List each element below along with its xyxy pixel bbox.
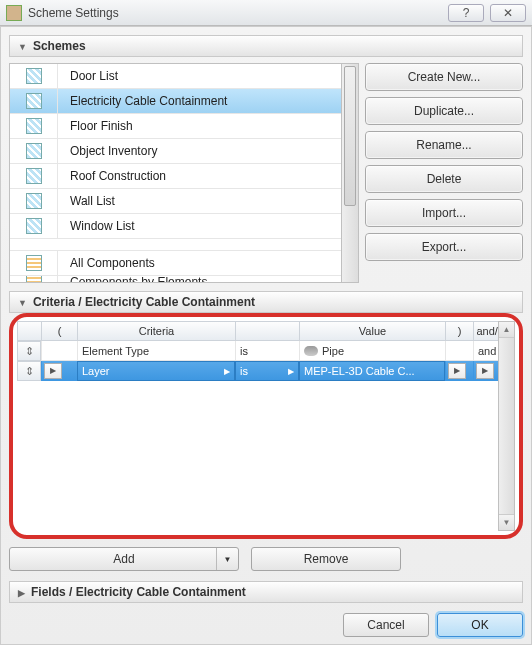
col-value: Value (299, 321, 445, 341)
operator-dropdown[interactable]: is▶ (235, 361, 299, 381)
col-criteria: Criteria (77, 321, 235, 341)
fields-header[interactable]: Fields / Electricity Cable Containment (9, 581, 523, 603)
row-handle[interactable] (17, 341, 41, 361)
scheme-label: Floor Finish (58, 119, 341, 133)
scheme-label: Roof Construction (58, 169, 341, 183)
duplicate-button[interactable]: Duplicate... (365, 97, 523, 125)
scheme-icon (26, 118, 42, 134)
scroll-down-icon[interactable]: ▼ (499, 514, 514, 530)
collapse-icon (18, 295, 27, 309)
add-split-dropdown[interactable]: ▼ (216, 548, 238, 570)
criteria-header-label: Criteria / Electricity Cable Containment (33, 295, 255, 309)
scheme-label: Object Inventory (58, 144, 341, 158)
app-icon (6, 5, 22, 21)
operator-cell[interactable]: is (235, 341, 299, 361)
fields-header-label: Fields / Electricity Cable Containment (31, 585, 246, 599)
scroll-up-icon[interactable]: ▲ (499, 322, 514, 338)
collapse-icon (18, 39, 27, 53)
schemes-header-label: Schemes (33, 39, 86, 53)
andor-dropdown[interactable]: ▶ (476, 363, 494, 379)
list-item[interactable]: Window List (10, 214, 341, 239)
reorder-icon (25, 345, 34, 358)
paren-dropdown[interactable]: ▶ (448, 363, 466, 379)
dialog-body: Schemes Door List Electricity Cable Cont… (0, 26, 532, 645)
window-title: Scheme Settings (28, 6, 442, 20)
scheme-icon (26, 218, 42, 234)
scheme-label: Electricity Cable Containment (58, 94, 341, 108)
scheme-list[interactable]: Door List Electricity Cable Containment … (9, 63, 342, 283)
list-item[interactable]: Floor Finish (10, 114, 341, 139)
list-item[interactable]: Wall List (10, 189, 341, 214)
scheme-label: Components by Elements (58, 276, 341, 283)
list-item[interactable]: Components by Elements (10, 276, 341, 283)
ok-button[interactable]: OK (437, 613, 523, 637)
remove-button[interactable]: Remove (251, 547, 401, 571)
scheme-icon (26, 168, 42, 184)
value-dropdown[interactable]: MEP-EL-3D Cable C... (299, 361, 445, 381)
scroll-thumb[interactable] (344, 66, 356, 206)
value-cell[interactable]: Pipe (299, 341, 445, 361)
list-item[interactable]: All Components (10, 251, 341, 276)
scheme-icon (26, 193, 42, 209)
scheme-label: Wall List (58, 194, 341, 208)
export-button[interactable]: Export... (365, 233, 523, 261)
scrollbar[interactable] (342, 63, 359, 283)
list-item[interactable]: Electricity Cable Containment (10, 89, 341, 114)
criteria-header[interactable]: Criteria / Electricity Cable Containment (9, 291, 523, 313)
pipe-icon (304, 346, 318, 356)
criteria-row[interactable]: Element Type is Pipe and (17, 341, 515, 361)
close-button[interactable]: ✕ (490, 4, 526, 22)
cancel-button[interactable]: Cancel (343, 613, 429, 637)
list-item[interactable]: Door List (10, 64, 341, 89)
criteria-table: ( Criteria Value ) and/or Element Type i… (17, 321, 515, 531)
list-item[interactable]: Object Inventory (10, 139, 341, 164)
value-text: MEP-EL-3D Cable C... (304, 365, 415, 377)
reorder-icon (25, 365, 34, 378)
scheme-icon (26, 68, 42, 84)
operator-text: is (240, 365, 248, 377)
criteria-scrollbar[interactable]: ▲ ▼ (498, 321, 515, 531)
scheme-icon (26, 255, 42, 271)
row-handle-head (17, 321, 41, 341)
paren-dropdown[interactable]: ▶ (44, 363, 62, 379)
scheme-label: Door List (58, 69, 341, 83)
col-open-paren: ( (41, 321, 77, 341)
value-text: Pipe (322, 345, 344, 357)
chevron-right-icon: ▶ (288, 367, 294, 376)
chevron-right-icon: ▶ (224, 367, 230, 376)
expand-icon (18, 585, 25, 599)
create-new-button[interactable]: Create New... (365, 63, 523, 91)
scheme-label: All Components (58, 256, 341, 270)
scheme-icon (26, 276, 42, 283)
scheme-label: Window List (58, 219, 341, 233)
delete-button[interactable]: Delete (365, 165, 523, 193)
scheme-icon (26, 143, 42, 159)
criteria-row[interactable]: ▶ Layer▶ is▶ MEP-EL-3D Cable C... ▶ ▶ (17, 361, 515, 381)
add-label: Add (113, 552, 134, 566)
criteria-head: ( Criteria Value ) and/or (17, 321, 515, 341)
scheme-icon (26, 93, 42, 109)
list-item[interactable]: Roof Construction (10, 164, 341, 189)
import-button[interactable]: Import... (365, 199, 523, 227)
add-button[interactable]: Add ▼ (9, 547, 239, 571)
schemes-header[interactable]: Schemes (9, 35, 523, 57)
titlebar: Scheme Settings ? ✕ (0, 0, 532, 26)
criteria-dropdown[interactable]: Layer▶ (77, 361, 235, 381)
criteria-text: Layer (82, 365, 110, 377)
criteria-cell[interactable]: Element Type (77, 341, 235, 361)
rename-button[interactable]: Rename... (365, 131, 523, 159)
help-button[interactable]: ? (448, 4, 484, 22)
col-close-paren: ) (445, 321, 473, 341)
row-handle[interactable] (17, 361, 41, 381)
